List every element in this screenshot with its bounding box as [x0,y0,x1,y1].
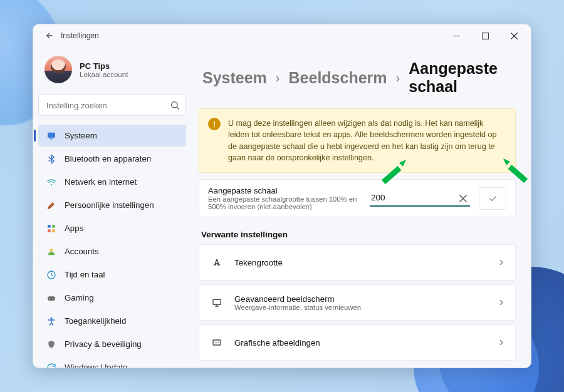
svg-rect-5 [48,225,51,228]
confirm-scale-button[interactable] [479,187,506,210]
sidebar-item-privacy[interactable]: Privacy & beveiliging [38,333,186,355]
chevron-right-icon [498,299,505,306]
warning-banner: ! U mag deze instellingen alleen wijzige… [199,108,516,173]
titlebar: Instellingen [33,24,531,47]
sidebar-item-label: Toegankelijkheid [65,316,126,326]
close-icon [511,33,518,39]
account-icon [46,246,57,257]
brush-icon [46,200,57,211]
sidebar: PC Tips Lokaal account SysteemBluetooth … [33,47,191,368]
related-section-title: Verwante instellingen [201,230,516,239]
minimize-icon [453,33,460,39]
close-button[interactable] [499,24,528,47]
svg-point-4 [51,183,52,185]
related-item-monitor[interactable]: Geavanceerd beeldschermWeergave-informat… [199,284,516,321]
svg-rect-8 [52,229,55,232]
svg-rect-0 [482,33,488,39]
clear-input-button[interactable] [457,193,469,204]
gaming-icon [46,292,57,304]
svg-rect-3 [50,138,53,139]
svg-point-18 [216,342,217,343]
sidebar-item-gaming[interactable]: Gaming [38,287,186,309]
svg-point-17 [215,342,216,343]
minimize-button[interactable] [442,24,471,47]
crumb-systeem[interactable]: Systeem [202,69,267,87]
sidebar-item-label: Apps [65,224,83,233]
svg-rect-15 [213,299,221,304]
apps-icon [46,223,57,234]
card-subtitle: Weergave-informatie, status vernieuwen [234,304,488,311]
card-title: Tekengrootte [234,258,488,267]
custom-scale-panel: Aangepaste schaal Een aangepaste schaalg… [199,179,516,217]
user-sub: Lokaal account [80,71,128,78]
scale-title: Aangepaste schaal [208,186,361,195]
card-title: Grafische afbeeldingen [234,338,488,348]
display-icon [46,130,57,142]
sidebar-item-label: Accounts [65,247,99,256]
sidebar-item-apps[interactable]: Apps [38,217,186,239]
graphics-icon [209,338,224,348]
svg-rect-11 [48,296,55,301]
sidebar-item-label: Privacy & beveiliging [65,339,142,349]
warning-icon: ! [208,118,221,130]
related-item-text[interactable]: Tekengrootte [199,244,516,281]
sidebar-item-account[interactable]: Accounts [38,240,186,262]
bluetooth-icon [46,153,57,165]
user-name: PC Tips [80,61,128,71]
svg-point-14 [51,317,53,319]
sidebar-item-label: Windows Update [65,363,128,368]
back-button[interactable] [38,24,61,47]
clock-icon [46,269,57,281]
svg-point-9 [50,248,53,251]
check-icon [488,193,498,204]
text-icon [209,257,224,267]
maximize-button[interactable] [471,24,499,47]
chevron-right-icon: › [276,71,280,84]
related-item-graphics[interactable]: Grafische afbeeldingen [199,324,516,361]
app-title: Instellingen [61,31,99,40]
arrow-left-icon [45,31,54,40]
privacy-icon [46,339,57,350]
nav-list: SysteemBluetooth en apparatenNetwerk en … [38,125,186,368]
wifi-icon [46,177,57,188]
sidebar-item-access[interactable]: Toegankelijkheid [38,310,186,332]
card-title: Geavanceerd beeldscherm [234,294,488,304]
sidebar-item-wifi[interactable]: Netwerk en internet [38,171,186,193]
sidebar-item-label: Bluetooth en apparaten [65,154,151,163]
sidebar-item-clock[interactable]: Tijd en taal [38,264,186,286]
account-block[interactable]: PC Tips Lokaal account [38,49,186,92]
svg-point-19 [218,342,219,343]
crumb-beeldscherm[interactable]: Beeldscherm [289,69,387,87]
sidebar-item-label: Tijd en taal [65,270,105,279]
svg-rect-7 [48,229,51,232]
sidebar-item-update[interactable]: Windows Update [38,356,186,368]
update-icon [46,362,57,369]
svg-rect-2 [48,132,55,137]
chevron-right-icon [498,259,505,266]
sidebar-item-label: Systeem [65,131,97,140]
page-title: Aangepaste schaal [409,59,512,96]
settings-window: Instellingen PC Tips Lokaal account [33,24,531,368]
search-input[interactable] [38,95,186,116]
svg-point-13 [53,298,53,299]
access-icon [46,316,57,327]
scale-subtitle: Een aangepaste schaalgrootte tussen 100%… [208,195,361,210]
search-box [38,95,186,116]
chevron-right-icon [498,339,505,346]
avatar [44,56,72,83]
scale-input-wrap [370,190,470,207]
sidebar-item-bluetooth[interactable]: Bluetooth en apparaten [38,148,186,170]
sidebar-item-display[interactable]: Systeem [38,125,186,147]
chevron-right-icon: › [396,71,400,84]
svg-rect-6 [52,225,55,228]
svg-point-12 [50,298,50,299]
monitor-icon [209,297,224,307]
sidebar-item-brush[interactable]: Persoonlijke instellingen [38,194,186,216]
sidebar-item-label: Netwerk en internet [65,177,137,187]
warning-text: U mag deze instellingen alleen wijzigen … [228,118,504,163]
breadcrumb: Systeem › Beeldscherm › Aangepaste schaa… [199,49,516,102]
main-pane: Systeem › Beeldscherm › Aangepaste schaa… [191,47,531,368]
maximize-icon [482,33,489,39]
scale-input[interactable] [370,190,470,207]
x-icon [459,195,467,202]
